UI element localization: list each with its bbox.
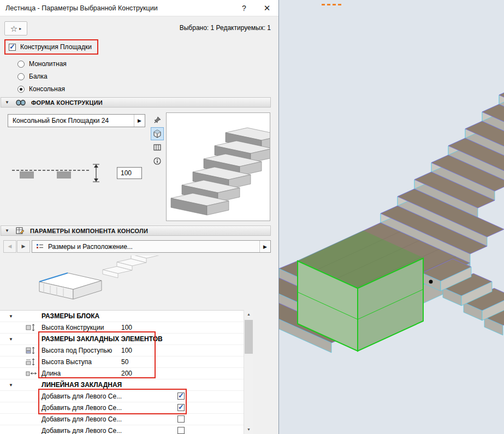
- component-settings-icon: [16, 227, 25, 234]
- height-input[interactable]: [117, 167, 142, 179]
- table-row-group[interactable]: ▼ РАЗМЕРЫ ЗАКЛАДНЫХ ЭЛЕМЕНТОВ: [0, 334, 244, 345]
- preview-stairs-image: [167, 113, 270, 221]
- scroll-down-icon[interactable]: ▼: [244, 425, 253, 434]
- selection-status: Выбрано: 1 Редактируемых: 1: [180, 24, 271, 32]
- param-label: Добавить для Левого Се...: [41, 404, 122, 412]
- dialog-title: Лестница - Параметры Выбранной Конструкц…: [5, 0, 158, 16]
- profile-dropdown-value: Консольный Блок Площадки 24: [13, 117, 134, 124]
- param-label: Добавить для Левого Се...: [41, 427, 122, 434]
- group-label: РАЗМЕРЫ ЗАКЛАДНЫХ ЭЛЕМЕНТОВ: [41, 335, 163, 343]
- favorites-arrow-icon: ▸: [19, 26, 21, 31]
- stairs-3d-model: [279, 0, 504, 434]
- view-3d-button[interactable]: [151, 127, 164, 140]
- glasses-icon: [16, 99, 26, 106]
- collapse-icon[interactable]: ▼: [5, 100, 10, 105]
- parameter-page-value: Размеры и Расположение...: [48, 243, 259, 251]
- group-label: ЛИНЕЙНАЯ ЗАКЛАДНАЯ: [41, 381, 122, 389]
- parameters-table: ▼ РАЗМЕРЫ БЛОКА Высота Конструкции 100 ▼…: [0, 310, 244, 434]
- param-value[interactable]: 200: [121, 370, 132, 377]
- stair-settings-dialog: Лестница - Параметры Выбранной Конструкц…: [0, 0, 279, 434]
- structure-preview: [166, 112, 270, 221]
- param-label: Высота Выступа: [41, 358, 92, 366]
- dimension-icon: [26, 324, 38, 331]
- dimension-icon: [26, 358, 38, 366]
- chevron-right-icon[interactable]: ▶: [134, 115, 145, 127]
- radio-beam-circle[interactable]: [17, 73, 25, 80]
- landing-structure-checkbox[interactable]: [9, 44, 16, 51]
- landing-structure-label: Конструкция Площадки: [20, 43, 92, 51]
- parameter-list-icon: [36, 243, 44, 250]
- radio-monolithic-circle[interactable]: [17, 61, 25, 68]
- parameter-page-dropdown[interactable]: Размеры и Расположение... ▶: [32, 240, 271, 253]
- profile-dropdown[interactable]: Консольный Блок Площадки 24 ▶: [8, 114, 145, 127]
- star-icon: ☆: [10, 25, 17, 33]
- pin-view-button[interactable]: [151, 114, 164, 127]
- param-value[interactable]: 100: [121, 347, 132, 354]
- cube-icon: [153, 129, 162, 138]
- param-checkbox[interactable]: [177, 427, 185, 434]
- prev-page-button[interactable]: ◀: [3, 240, 16, 253]
- param-label: Добавить для Левого Се...: [41, 393, 122, 400]
- table-row[interactable]: Добавить для Левого Се...: [0, 402, 244, 414]
- dimension-icon: [26, 347, 38, 354]
- radio-beam[interactable]: Балка: [17, 73, 48, 80]
- table-row[interactable]: Длина 200: [0, 368, 244, 379]
- next-page-button[interactable]: ▶: [17, 240, 30, 253]
- table-row[interactable]: Высота Конструкции 100: [0, 322, 244, 334]
- height-diagram: [12, 163, 108, 185]
- section-form-title: ФОРМА КОНСТРУКЦИИ: [31, 99, 103, 106]
- param-checkbox[interactable]: [177, 404, 185, 411]
- param-label: Высота Конструкции: [41, 324, 104, 331]
- landing-structure-checkbox-row[interactable]: Конструкция Площадки: [4, 39, 98, 55]
- group-label: РАЗМЕРЫ БЛОКА: [41, 312, 99, 320]
- section-component-title: ПАРАМЕТРЫ КОМПОНЕНТА КОНСОЛИ: [30, 228, 148, 234]
- section-component-header[interactable]: ▼ ПАРАМЕТРЫ КОМПОНЕНТА КОНСОЛИ: [1, 225, 271, 236]
- collapse-icon[interactable]: ▼: [5, 228, 10, 233]
- chevron-right-icon[interactable]: ▶: [259, 241, 270, 252]
- sections-view-button[interactable]: [151, 141, 164, 154]
- radio-monolithic[interactable]: Монолитная: [17, 60, 67, 68]
- radio-cantilever-circle[interactable]: [17, 86, 25, 93]
- table-row[interactable]: Добавить для Левого Се...: [0, 425, 244, 434]
- viewport-3d[interactable]: [279, 0, 504, 434]
- scrollbar-thumb[interactable]: [245, 320, 253, 354]
- radio-beam-label: Балка: [29, 73, 48, 80]
- pushpin-icon: [153, 116, 162, 124]
- radio-cantilever[interactable]: Консольная: [17, 85, 65, 93]
- row-collapse-icon[interactable]: ▼: [9, 337, 13, 342]
- table-row[interactable]: Добавить для Левого Се...: [0, 414, 244, 425]
- radio-cantilever-label: Консольная: [29, 85, 65, 93]
- param-value[interactable]: 100: [121, 324, 132, 331]
- film-strip-icon: [153, 143, 162, 152]
- table-row[interactable]: Высота Выступа 50: [0, 356, 244, 368]
- table-row[interactable]: Добавить для Левого Се...: [0, 391, 244, 402]
- help-button[interactable]: ?: [235, 0, 253, 16]
- info-button[interactable]: [151, 154, 164, 168]
- scroll-up-icon[interactable]: ▲: [244, 310, 253, 319]
- param-label: Высота под Проступью: [41, 347, 112, 354]
- table-scrollbar[interactable]: ▲ ▼: [244, 310, 253, 434]
- component-sketch: [32, 255, 174, 309]
- param-label: Добавить для Левого Се...: [41, 415, 122, 423]
- param-checkbox[interactable]: [177, 415, 185, 423]
- table-row-group[interactable]: ▼ ЛИНЕЙНАЯ ЗАКЛАДНАЯ: [0, 379, 244, 391]
- param-label: Длина: [41, 370, 61, 377]
- row-collapse-icon[interactable]: ▼: [9, 383, 13, 388]
- info-icon: [153, 157, 162, 165]
- table-row[interactable]: Высота под Проступью 100: [0, 345, 244, 356]
- section-form-header[interactable]: ▼ ФОРМА КОНСТРУКЦИИ: [1, 97, 271, 108]
- titlebar[interactable]: Лестница - Параметры Выбранной Конструкц…: [0, 0, 278, 16]
- table-row-group[interactable]: ▼ РАЗМЕРЫ БЛОКА: [0, 311, 244, 322]
- hotspot-dot: [429, 280, 433, 284]
- param-checkbox[interactable]: [177, 393, 185, 400]
- param-value[interactable]: 50: [121, 358, 128, 366]
- row-collapse-icon[interactable]: ▼: [9, 314, 13, 319]
- dimension-icon: [26, 370, 38, 377]
- radio-monolithic-label: Монолитная: [29, 60, 67, 68]
- favorites-button[interactable]: ☆ ▸: [4, 21, 27, 35]
- close-button[interactable]: ✕: [258, 0, 276, 16]
